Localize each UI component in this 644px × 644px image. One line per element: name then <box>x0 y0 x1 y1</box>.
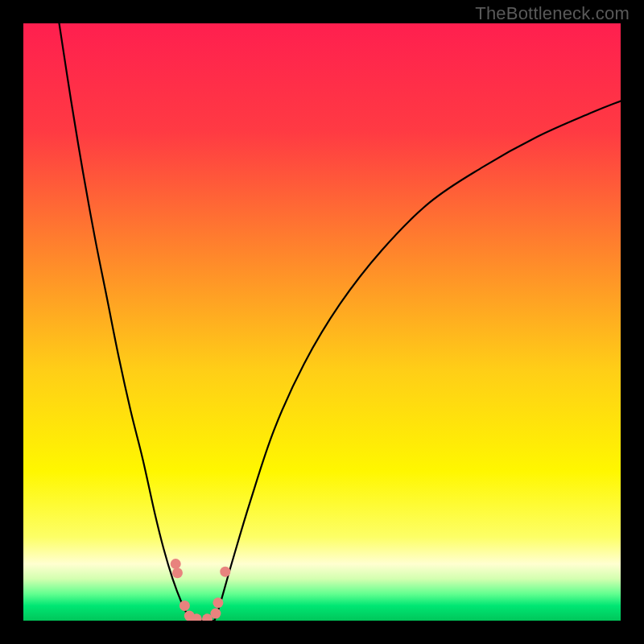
curve-layer <box>23 23 621 621</box>
watermark-text: TheBottleneck.com <box>475 3 630 24</box>
chart-frame: TheBottleneck.com <box>0 0 644 644</box>
plot-area <box>23 23 621 621</box>
curve-left-branch <box>60 23 194 621</box>
data-marker <box>171 559 181 569</box>
curve-right-branch <box>214 101 621 621</box>
data-marker <box>172 568 183 578</box>
data-marker <box>220 567 230 577</box>
data-marker <box>210 609 221 619</box>
data-marker <box>213 597 223 608</box>
data-marker <box>180 601 190 611</box>
marker-group <box>171 559 231 621</box>
